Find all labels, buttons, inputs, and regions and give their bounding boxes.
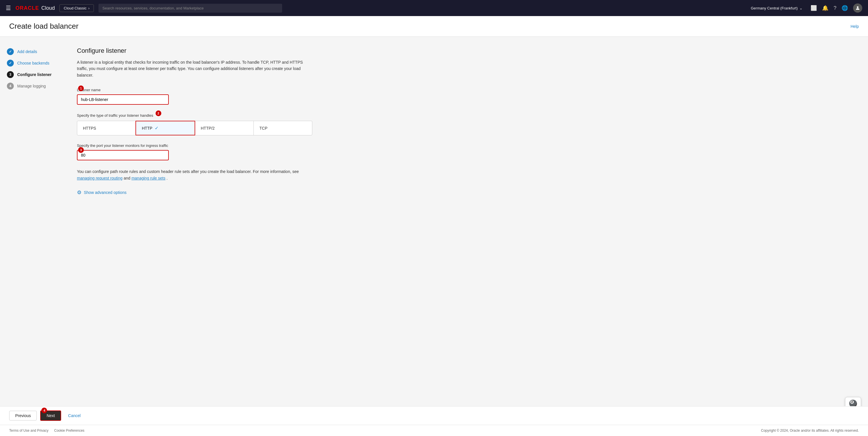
managing-request-routing-link[interactable]: managing request routing — [77, 176, 123, 180]
content-area: Configure listener A listener is a logic… — [63, 37, 868, 406]
bottom-bar: Previous Next 4 Cancel — [0, 406, 868, 425]
svg-point-0 — [857, 6, 859, 8]
previous-button[interactable]: Previous — [9, 411, 37, 421]
terms-link[interactable]: Terms of Use and Privacy — [9, 429, 49, 433]
brand-logo: ORACLE Cloud — [16, 5, 55, 11]
advanced-options-icon: ⚙ — [77, 189, 82, 196]
info-text-group: You can configure path route rules and c… — [77, 168, 854, 181]
advanced-options-toggle[interactable]: ⚙ Show advanced options — [77, 189, 854, 196]
main-layout: ✓ Add details ✓ Choose backends 3 Config… — [0, 37, 868, 406]
cloud-label: Cloud — [41, 5, 55, 11]
step-2-circle: ✓ — [7, 60, 14, 67]
check-icon: ✓ — [9, 49, 12, 54]
footer-links: Terms of Use and Privacy Cookie Preferen… — [9, 429, 84, 433]
bell-icon[interactable]: 🔔 — [822, 5, 828, 11]
traffic-option-tcp-label: TCP — [259, 126, 268, 131]
annotation-badge-2: 2 — [156, 110, 161, 116]
page-header: Create load balancer Help — [0, 16, 868, 37]
sidebar-item-choose-backends[interactable]: ✓ Choose backends — [7, 57, 56, 69]
traffic-option-http[interactable]: HTTP ✓ — [135, 121, 195, 135]
sidebar-item-label: Configure listener — [17, 72, 52, 77]
help-link[interactable]: Help — [850, 24, 859, 29]
page-title: Create load balancer — [9, 22, 79, 31]
search-input[interactable] — [98, 4, 282, 12]
managing-rule-sets-link[interactable]: managing rule sets — [131, 176, 165, 180]
traffic-option-http2[interactable]: HTTP/2 — [195, 121, 254, 135]
listener-name-group: Listener name 1 — [77, 88, 854, 105]
sidebar-item-manage-logging[interactable]: 4 Manage logging — [7, 80, 56, 92]
globe-icon[interactable]: 🌐 — [842, 5, 848, 11]
copyright-text: Copyright © 2024, Oracle and/or its affi… — [761, 429, 859, 433]
advanced-options-label: Show advanced options — [84, 190, 127, 195]
cancel-button[interactable]: Cancel — [65, 411, 84, 420]
step-1-circle: ✓ — [7, 48, 14, 55]
traffic-option-http2-label: HTTP/2 — [201, 126, 215, 131]
hamburger-menu-icon[interactable]: ☰ — [6, 5, 11, 11]
cloud-classic-button[interactable]: Cloud Classic › — [59, 4, 94, 12]
sidebar-item-label: Choose backends — [17, 61, 50, 65]
header-icons: ⬜ 🔔 ? 🌐 — [811, 3, 862, 12]
traffic-type-group: Specify the type of traffic your listene… — [77, 113, 854, 135]
section-description: A listener is a logical entity that chec… — [77, 59, 312, 78]
oracle-logo: ORACLE — [16, 5, 39, 11]
region-selector[interactable]: Germany Central (Frankfurt) ⌄ — [751, 6, 803, 10]
sidebar: ✓ Add details ✓ Choose backends 3 Config… — [0, 37, 63, 406]
traffic-option-https-label: HTTPS — [83, 126, 96, 131]
traffic-type-label: Specify the type of traffic your listene… — [77, 113, 153, 118]
section-title: Configure listener — [77, 47, 854, 55]
port-group: Specify the port your listener monitors … — [77, 143, 854, 160]
sidebar-item-add-details[interactable]: ✓ Add details — [7, 46, 56, 57]
user-avatar[interactable] — [853, 3, 862, 12]
listener-name-input[interactable] — [77, 94, 169, 105]
step-3-circle: 3 — [7, 71, 14, 78]
info-text: You can configure path route rules and c… — [77, 168, 312, 181]
sidebar-item-configure-listener[interactable]: 3 Configure listener — [7, 69, 56, 80]
port-label: Specify the port your listener monitors … — [77, 143, 854, 148]
terminal-icon[interactable]: ⬜ — [811, 5, 817, 11]
traffic-option-http-label: HTTP — [142, 126, 152, 131]
cookie-link[interactable]: Cookie Preferences — [54, 429, 84, 433]
port-input[interactable] — [77, 150, 169, 160]
sidebar-item-label: Manage logging — [17, 84, 46, 88]
check-icon: ✓ — [9, 61, 12, 65]
http-check-icon: ✓ — [155, 125, 158, 131]
help-icon[interactable]: ? — [834, 5, 836, 11]
sidebar-item-label: Add details — [17, 49, 37, 54]
top-navigation: ☰ ORACLE Cloud Cloud Classic › Germany C… — [0, 0, 868, 16]
step-4-circle: 4 — [7, 82, 14, 90]
traffic-option-tcp[interactable]: TCP — [253, 121, 312, 135]
footer: Terms of Use and Privacy Cookie Preferen… — [0, 425, 868, 436]
traffic-type-options: HTTPS HTTP ✓ HTTP/2 TCP — [77, 121, 312, 135]
traffic-option-https[interactable]: HTTPS — [77, 121, 136, 135]
